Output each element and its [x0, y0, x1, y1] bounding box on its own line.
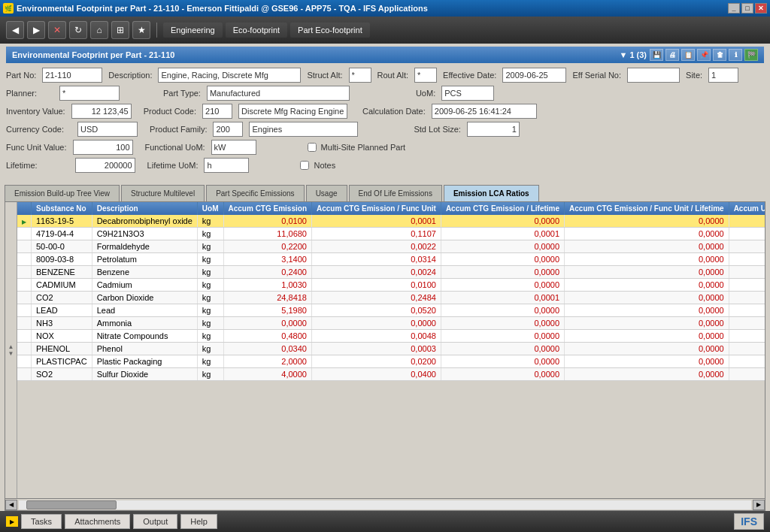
description-cell: Ammonia: [92, 317, 197, 330]
close-button[interactable]: ✕: [755, 3, 767, 14]
col-header-description[interactable]: Description: [92, 202, 197, 215]
func-unit-value-input[interactable]: [73, 140, 133, 155]
delete-icon[interactable]: 🗑: [713, 49, 726, 61]
output-button[interactable]: Output: [133, 514, 177, 529]
col-header-uom[interactable]: UoM: [197, 202, 223, 215]
part-type-input[interactable]: [207, 86, 350, 101]
part-no-input[interactable]: [42, 68, 102, 83]
tab-end-of-life[interactable]: End Of Life Emissions: [349, 185, 442, 201]
currency-code-input[interactable]: [77, 122, 138, 137]
table-row[interactable]: 50-00-0Formaldehydekg0,22000,00220,00000…: [17, 240, 765, 253]
multi-site-checkbox[interactable]: [308, 143, 317, 152]
table-row[interactable]: NH3Ammoniakg0,00000,00000,00000,000020,0…: [17, 317, 765, 330]
print-icon[interactable]: 🖨: [665, 49, 679, 61]
site-input[interactable]: [708, 68, 738, 83]
scroll-thumb[interactable]: [26, 500, 117, 509]
engineering-menu[interactable]: Engineering: [163, 23, 223, 38]
stop-button[interactable]: ✕: [48, 21, 66, 39]
tasks-button[interactable]: Tasks: [21, 514, 62, 529]
left-panel[interactable]: ▲ ▼: [5, 202, 17, 498]
attachments-button[interactable]: Attachments: [65, 514, 130, 529]
scroll-left-btn[interactable]: ◀: [5, 500, 17, 510]
ctg-func-cell: 0,0520: [311, 304, 441, 317]
lifetime-input[interactable]: [75, 158, 135, 173]
row-selector: [17, 266, 32, 279]
eff-serial-no-input[interactable]: [627, 68, 680, 83]
table-row[interactable]: 8009-03-8Petrolatumkg3,14000,03140,00000…: [17, 253, 765, 266]
ctg-cell: 11,0680: [223, 228, 311, 240]
table-row[interactable]: PLASTICPACPlastic Packagingkg2,00000,020…: [17, 355, 765, 368]
eco-footprint-menu[interactable]: Eco-footprint: [226, 23, 287, 38]
info-icon[interactable]: ℹ: [729, 49, 742, 61]
ctg-func-life-cell: 0,0000: [565, 343, 729, 355]
table-row[interactable]: LEADLeadkg5,19800,05200,00000,00000,0000: [17, 304, 765, 317]
effective-date-input[interactable]: [502, 68, 566, 83]
product-family-input[interactable]: [213, 122, 243, 137]
refresh-button[interactable]: ↻: [69, 21, 87, 39]
planner-input[interactable]: [59, 86, 120, 101]
product-code-desc-input[interactable]: [238, 104, 347, 119]
copy-icon[interactable]: 📋: [681, 49, 695, 61]
col-header-use-emission[interactable]: Accum Use Emission: [729, 202, 765, 215]
tab-emission-buildup[interactable]: Emission Build-up Tree View: [5, 185, 120, 201]
maximize-button[interactable]: □: [741, 3, 753, 14]
planner-label: Planner:: [6, 89, 37, 98]
table-row[interactable]: ▶1163-19-5Decabromobiphenyl oxidekg0,010…: [17, 215, 765, 228]
col-header-ctg-life[interactable]: Accum CTG Emission / Lifetime: [441, 202, 564, 215]
paste-icon[interactable]: 📌: [697, 49, 711, 61]
rout-alt-input[interactable]: [414, 68, 437, 83]
row-selector: [17, 343, 32, 355]
functional-uom-input[interactable]: [211, 140, 256, 155]
inventory-value-input[interactable]: [71, 104, 132, 119]
col-header-substance-no[interactable]: Substance No: [32, 202, 92, 215]
multi-site-label: Multi-Site Planned Part: [321, 143, 406, 152]
product-code-input[interactable]: [202, 104, 232, 119]
help-button[interactable]: Help: [180, 514, 217, 529]
substance-no-cell: 1163-19-5: [32, 215, 92, 228]
ctg-func-cell: 0,0022: [311, 240, 441, 253]
tab-part-specific-emissions[interactable]: Part Specific Emissions: [206, 185, 304, 201]
flag-icon[interactable]: 🏁: [744, 49, 758, 61]
grid-button[interactable]: ⊞: [111, 21, 129, 39]
save-icon[interactable]: 💾: [650, 49, 663, 61]
part-eco-footprint-menu[interactable]: Part Eco-footprint: [290, 23, 370, 38]
calculation-date-label: Calculation Date:: [362, 107, 426, 116]
uom-input[interactable]: [441, 86, 494, 101]
col-header-ctg-emission[interactable]: Accum CTG Emission: [223, 202, 311, 215]
lifetime-uom-input[interactable]: [204, 158, 249, 173]
scroll-right-btn[interactable]: ▶: [753, 500, 765, 510]
substance-no-cell: SO2: [32, 368, 92, 381]
tab-structure-multilevel[interactable]: Structure Multilevel: [121, 185, 205, 201]
table-row[interactable]: SO2Sulfur Dioxidekg4,00000,04000,00000,0…: [17, 368, 765, 381]
ctg-func-life-cell: 0,0000: [565, 240, 729, 253]
minimize-button[interactable]: _: [728, 3, 740, 14]
use-emission-cell: 0,0000: [729, 279, 765, 292]
tab-emission-lca-ratios[interactable]: Emission LCA Ratios: [444, 185, 539, 201]
back-button[interactable]: ◀: [6, 21, 24, 39]
table-row[interactable]: CADMIUMCadmiumkg1,00300,01000,00000,0000…: [17, 279, 765, 292]
home-button[interactable]: ⌂: [90, 21, 108, 39]
table-row[interactable]: 4719-04-4C9H21N3O3kg11,06800,11070,00010…: [17, 228, 765, 240]
ctg-func-life-cell: 0,0000: [565, 368, 729, 381]
table-row[interactable]: BENZENEBenzenekg0,24000,00240,00000,0000…: [17, 266, 765, 279]
row-selector: [17, 228, 32, 240]
uom-label: UoM:: [416, 89, 435, 98]
tab-usage[interactable]: Usage: [306, 185, 347, 201]
notes-checkbox[interactable]: [300, 161, 309, 170]
description-input[interactable]: [158, 68, 301, 83]
description-cell: Lead: [92, 304, 197, 317]
star-button[interactable]: ★: [132, 21, 150, 39]
std-lot-size-input[interactable]: [467, 122, 520, 137]
forward-button[interactable]: ▶: [27, 21, 45, 39]
table-row[interactable]: CO2Carbon Dioxidekg24,84180,24840,00010,…: [17, 292, 765, 304]
table-row[interactable]: NOXNitrate Compoundskg0,48000,00480,0000…: [17, 330, 765, 343]
col-header-ctg-func-life[interactable]: Accum CTG Emission / Func Unit / Lifetim…: [565, 202, 729, 215]
product-family-desc-input[interactable]: [249, 122, 358, 137]
calculation-date-input[interactable]: [432, 104, 537, 119]
struct-alt-input[interactable]: [349, 68, 371, 83]
table-row[interactable]: PHENOLPhenolkg0,03400,00030,00000,00000,…: [17, 343, 765, 355]
main-toolbar: ◀ ▶ ✕ ↻ ⌂ ⊞ ★ Engineering Eco-footprint …: [0, 17, 770, 44]
substance-no-cell: NH3: [32, 317, 92, 330]
status-arrow[interactable]: ▶: [6, 516, 18, 527]
col-header-ctg-func[interactable]: Accum CTG Emission / Func Unit: [311, 202, 441, 215]
